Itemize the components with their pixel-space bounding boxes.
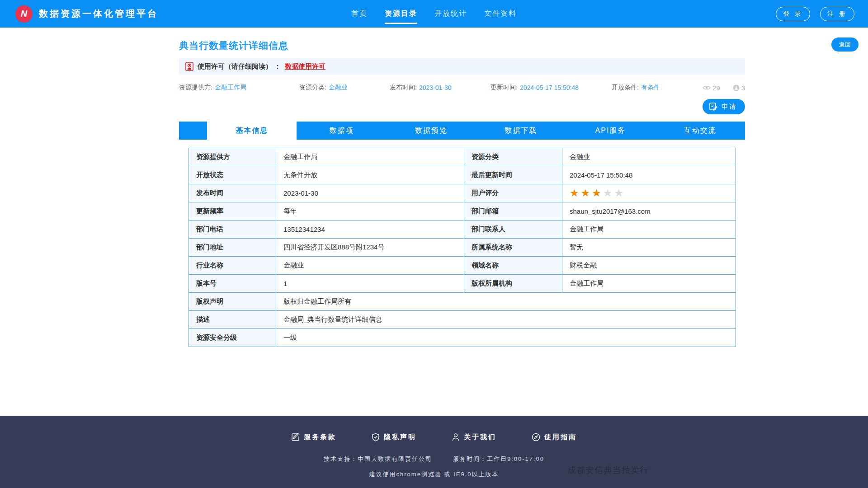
table-row: 开放状态 无条件开放 最后更新时间 2024-05-17 15:50:48 bbox=[189, 166, 736, 184]
license-bar: 使用许可（请仔细阅读） ： 数据使用许可 bbox=[179, 58, 745, 75]
brand: N 数据资源一体化管理平台 bbox=[15, 5, 158, 23]
counters: 29 3 bbox=[703, 84, 745, 92]
table-row: 版权声明 版权归金融工作局所有 bbox=[189, 293, 736, 311]
tab-basic-info[interactable]: 基本信息 bbox=[207, 122, 297, 140]
row-label: 资源提供方 bbox=[189, 148, 276, 166]
row-value: 四川省经济开发区888号附1234号 bbox=[276, 239, 464, 257]
row-label: 最后更新时间 bbox=[464, 166, 562, 184]
footer-link-terms[interactable]: 服务条款 bbox=[291, 433, 336, 441]
row-label: 发布时间 bbox=[189, 184, 276, 202]
footer-link-about[interactable]: 关于我们 bbox=[452, 433, 496, 441]
license-text: 使用许可（请仔细阅读） ： bbox=[198, 62, 281, 71]
meta-value[interactable]: 金融工作局 bbox=[215, 84, 246, 92]
row-label: 版权声明 bbox=[189, 293, 276, 311]
row-value: 金融业 bbox=[562, 148, 736, 166]
meta-category: 资源分类: 金融业 bbox=[299, 84, 390, 92]
row-value: 1 bbox=[276, 275, 464, 293]
table-row: 部门地址 四川省经济开发区888号附1234号 所属系统名称 暂无 bbox=[189, 239, 736, 257]
user-icon bbox=[452, 433, 460, 441]
footer: 服务条款 隐私声明 关于我们 使用指南 技术支持：中国大数据有限责任公司 bbox=[0, 416, 868, 488]
tab-data-items[interactable]: 数据项 bbox=[297, 122, 386, 140]
nav-item-open-statistics[interactable]: 开放统计 bbox=[434, 0, 467, 28]
browser-tip: 建议使用chrome浏览器 或 IE9.0以上版本 bbox=[0, 470, 868, 479]
row-label: 行业名称 bbox=[189, 257, 276, 275]
meta-open-condition: 开放条件: 有条件 bbox=[612, 84, 702, 92]
meta-update-time: 更新时间: 2024-05-17 15:50:48 bbox=[491, 84, 612, 92]
view-count: 29 bbox=[712, 84, 720, 92]
row-value: 金融工作局 bbox=[562, 221, 736, 239]
row-label: 更新频率 bbox=[189, 202, 276, 221]
footer-support-line: 技术支持：中国大数据有限责任公司 服务时间：工作日9:00-17:00 bbox=[0, 455, 868, 463]
footer-link-label: 关于我们 bbox=[464, 433, 496, 441]
brand-title: 数据资源一体化管理平台 bbox=[39, 8, 158, 20]
nav-item-home[interactable]: 首页 bbox=[351, 0, 368, 28]
compass-icon bbox=[532, 433, 540, 441]
tab-interaction[interactable]: 互动交流 bbox=[656, 122, 745, 140]
meta-row: 资源提供方: 金融工作局 资源分类: 金融业 发布时间: 2023-01-30 … bbox=[179, 82, 745, 94]
footer-link-label: 隐私声明 bbox=[384, 433, 416, 441]
tab-spacer bbox=[179, 122, 207, 140]
footer-link-guide[interactable]: 使用指南 bbox=[532, 433, 577, 441]
row-value: 金融工作局 bbox=[276, 148, 464, 166]
row-value: 金融业 bbox=[276, 257, 464, 275]
row-label: 所属系统名称 bbox=[464, 239, 562, 257]
meta-value[interactable]: 金融业 bbox=[329, 84, 348, 92]
row-label: 描述 bbox=[189, 311, 276, 329]
star-filled-icons[interactable]: ★★★ bbox=[570, 187, 603, 199]
star-empty-icons[interactable]: ★★ bbox=[603, 187, 625, 199]
row-label: 开放状态 bbox=[189, 166, 276, 184]
apply-button[interactable]: 申请 bbox=[703, 99, 745, 114]
back-button[interactable]: 返回 bbox=[831, 38, 859, 52]
view-counter: 29 bbox=[703, 84, 720, 92]
row-label: 用户评分 bbox=[464, 184, 562, 202]
download-counter: 3 bbox=[733, 84, 745, 92]
apply-form-icon bbox=[709, 102, 718, 111]
tab-data-preview[interactable]: 数据预览 bbox=[387, 122, 476, 140]
apply-row: 申请 bbox=[179, 99, 745, 114]
table-row: 版本号 1 版权所属机构 金融工作局 bbox=[189, 275, 736, 293]
download-icon bbox=[733, 84, 740, 91]
detail-tabs: 基本信息 数据项 数据预览 数据下载 API服务 互动交流 bbox=[179, 122, 745, 140]
shield-check-icon bbox=[372, 433, 380, 441]
meta-value: 2024-05-17 15:50:48 bbox=[520, 84, 579, 91]
login-button[interactable]: 登 录 bbox=[776, 7, 810, 21]
row-value: 一级 bbox=[276, 329, 736, 347]
row-label: 版权所属机构 bbox=[464, 275, 562, 293]
row-label: 部门电话 bbox=[189, 221, 276, 239]
footer-links: 服务条款 隐私声明 关于我们 使用指南 bbox=[0, 416, 868, 441]
user-rating[interactable]: ★★★★★ bbox=[562, 184, 736, 202]
register-button[interactable]: 注 册 bbox=[820, 7, 854, 21]
table-row: 行业名称 金融业 领域名称 财税金融 bbox=[189, 257, 736, 275]
main-nav: 首页 资源目录 开放统计 文件资料 bbox=[351, 0, 517, 28]
table-row: 描述 金融局_典当行数量统计详细信息 bbox=[189, 311, 736, 329]
meta-label: 开放条件: bbox=[612, 84, 639, 92]
auth-buttons: 登 录 注 册 bbox=[776, 7, 854, 21]
meta-label: 发布时间: bbox=[390, 84, 417, 92]
license-icon bbox=[185, 62, 193, 71]
row-label: 部门邮箱 bbox=[464, 202, 562, 221]
row-value: 金融局_典当行数量统计详细信息 bbox=[276, 311, 736, 329]
logo-icon: N bbox=[15, 5, 33, 23]
nav-item-documents[interactable]: 文件资料 bbox=[484, 0, 517, 28]
footer-link-label: 使用指南 bbox=[544, 433, 577, 441]
meta-label: 资源分类: bbox=[299, 84, 326, 92]
row-label: 资源分类 bbox=[464, 148, 562, 166]
row-value: 2024-05-17 15:50:48 bbox=[562, 166, 736, 184]
tab-data-download[interactable]: 数据下载 bbox=[476, 122, 566, 140]
row-label: 部门联系人 bbox=[464, 221, 562, 239]
row-value: 13512341234 bbox=[276, 221, 464, 239]
tab-api-service[interactable]: API服务 bbox=[566, 122, 655, 140]
license-link[interactable]: 数据使用许可 bbox=[285, 62, 326, 71]
row-value: 暂无 bbox=[562, 239, 736, 257]
basic-info-table: 资源提供方 金融工作局 资源分类 金融业 开放状态 无条件开放 最后更新时间 2… bbox=[189, 148, 736, 347]
row-value: 金融工作局 bbox=[562, 275, 736, 293]
footer-link-privacy[interactable]: 隐私声明 bbox=[372, 433, 416, 441]
row-value: 每年 bbox=[276, 202, 464, 221]
meta-value: 有条件 bbox=[641, 84, 660, 92]
row-label: 部门地址 bbox=[189, 239, 276, 257]
nav-item-resource-catalog[interactable]: 资源目录 bbox=[385, 0, 417, 28]
eye-icon bbox=[703, 84, 711, 91]
meta-publish-time: 发布时间: 2023-01-30 bbox=[390, 84, 491, 92]
table-row: 发布时间 2023-01-30 用户评分 ★★★★★ bbox=[189, 184, 736, 202]
edit-square-icon bbox=[291, 433, 300, 441]
